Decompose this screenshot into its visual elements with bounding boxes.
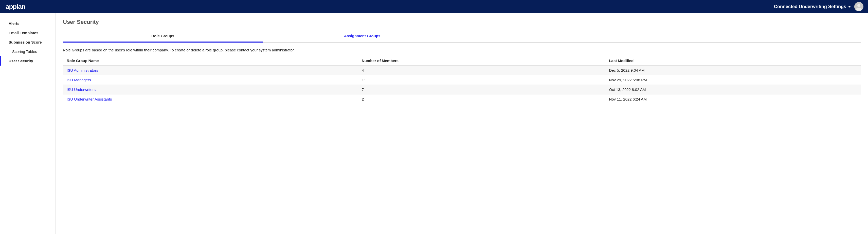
sidebar-item-label: Email Templates	[9, 31, 38, 35]
description-text: Role Groups are based on the user's role…	[63, 48, 861, 52]
sidebar-item-scoring-tables[interactable]: Scoring Tables	[0, 47, 56, 56]
sidebar-item-submission-score[interactable]: Submission Score	[0, 37, 56, 47]
caret-down-icon	[848, 6, 851, 8]
logo-text: appian	[6, 3, 25, 10]
sidebar-item-email-templates[interactable]: Email Templates	[0, 28, 56, 37]
user-icon	[854, 2, 863, 11]
settings-dropdown-label: Connected Underwriting Settings	[774, 4, 846, 9]
sidebar: Alerts Email Templates Submission Score …	[0, 13, 56, 234]
svg-point-1	[857, 4, 860, 7]
settings-dropdown[interactable]: Connected Underwriting Settings	[774, 4, 851, 9]
table-row: ISU Underwriters 7 Oct 13, 2022 8:02 AM	[63, 85, 861, 95]
sidebar-item-label: Scoring Tables	[12, 49, 37, 54]
header-role-group-name[interactable]: Role Group Name	[63, 56, 358, 66]
cell-members: 2	[358, 95, 606, 104]
cell-modified: Nov 11, 2022 6:24 AM	[606, 95, 861, 104]
cell-members: 4	[358, 66, 606, 75]
sidebar-item-label: Alerts	[9, 21, 20, 26]
header-right: Connected Underwriting Settings	[774, 2, 863, 11]
cell-modified: Oct 13, 2022 8:02 AM	[606, 85, 861, 95]
cell-modified: Nov 29, 2022 5:08 PM	[606, 75, 861, 85]
main-layout: Alerts Email Templates Submission Score …	[0, 13, 868, 234]
sidebar-item-user-security[interactable]: User Security	[0, 56, 56, 66]
cell-modified: Dec 5, 2022 9:04 AM	[606, 66, 861, 75]
tabs-container: Role Groups Assignment Groups	[63, 30, 861, 43]
role-group-link[interactable]: ISU Managers	[67, 78, 91, 82]
tabs: Role Groups Assignment Groups	[63, 30, 861, 42]
content: User Security Role Groups Assignment Gro…	[56, 13, 868, 234]
app-header: appian Connected Underwriting Settings	[0, 0, 868, 13]
role-group-link[interactable]: ISU Underwriters	[67, 87, 96, 92]
tab-label: Role Groups	[151, 34, 174, 38]
tab-assignment-groups[interactable]: Assignment Groups	[262, 30, 462, 42]
avatar[interactable]	[854, 2, 863, 11]
tab-label: Assignment Groups	[344, 34, 380, 38]
cell-members: 7	[358, 85, 606, 95]
sidebar-item-alerts[interactable]: Alerts	[0, 19, 56, 28]
table-row: ISU Managers 11 Nov 29, 2022 5:08 PM	[63, 75, 861, 85]
role-groups-table: Role Group Name Number of Members Last M…	[63, 56, 861, 104]
page-title: User Security	[63, 19, 861, 25]
role-group-link[interactable]: ISU Administrators	[67, 68, 98, 72]
header-last-modified[interactable]: Last Modified	[606, 56, 861, 66]
sidebar-item-label: User Security	[9, 59, 33, 63]
table-header-row: Role Group Name Number of Members Last M…	[63, 56, 861, 66]
sidebar-item-label: Submission Score	[9, 40, 42, 44]
cell-members: 11	[358, 75, 606, 85]
logo: appian	[6, 3, 25, 11]
table-row: ISU Underwriter Assistants 2 Nov 11, 202…	[63, 95, 861, 104]
table-row: ISU Administrators 4 Dec 5, 2022 9:04 AM	[63, 66, 861, 75]
header-number-of-members[interactable]: Number of Members	[358, 56, 606, 66]
tab-role-groups[interactable]: Role Groups	[63, 30, 262, 42]
role-group-link[interactable]: ISU Underwriter Assistants	[67, 97, 112, 101]
